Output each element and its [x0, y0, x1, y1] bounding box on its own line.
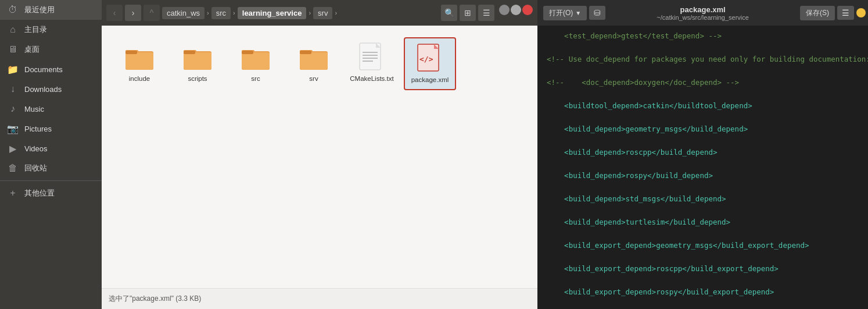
- sidebar-item-recent[interactable]: ⏱ 最近使用: [0, 0, 102, 20]
- editor-path: ~/catkin_ws/src/learning_service: [657, 14, 749, 21]
- editor-line: <test_depend>gtest</test_depend> -->: [547, 30, 868, 42]
- editor-line: <build_depend>rospy</build_depend>: [547, 170, 868, 182]
- svg-rect-14: [300, 52, 328, 70]
- open-dropdown-arrow: ▼: [575, 10, 581, 16]
- sidebar-label-documents: Documents: [24, 65, 63, 74]
- sidebar-label-home: 主目录: [24, 24, 47, 35]
- editor-filename: package.xml: [680, 5, 726, 14]
- view-toggle-button[interactable]: ⊞: [460, 5, 476, 21]
- editor-line: <buildtool_depend>catkin</buildtool_depe…: [547, 100, 868, 112]
- sidebar-label-videos: Videos: [24, 144, 48, 153]
- svg-rect-6: [184, 52, 211, 70]
- recent-icon: ⏱: [7, 4, 19, 16]
- sidebar: ⏱ 最近使用 ⌂ 主目录 🖥 桌面 📁 Documents ↓ Download…: [0, 0, 102, 309]
- editor-line: <!-- Use doc_depend for packages you nee…: [547, 54, 868, 65]
- editor-line: <build_depend>geometry_msgs</build_depen…: [547, 123, 868, 135]
- sidebar-label-music: Music: [24, 105, 44, 113]
- folder-icon-include: [124, 42, 155, 72]
- folder-icon-srv: [299, 42, 329, 72]
- sidebar-item-other[interactable]: + 其他位置: [0, 183, 102, 203]
- search-button[interactable]: 🔍: [441, 5, 457, 21]
- breadcrumb-arrow-2: ›: [233, 9, 235, 16]
- downloads-icon: ↓: [7, 83, 19, 95]
- status-text: 选中了"package.xml" (3.3 KB): [109, 294, 201, 304]
- sidebar-item-downloads[interactable]: ↓ Downloads: [0, 79, 102, 99]
- documents-icon: 📁: [7, 63, 19, 75]
- editor-line: <build_export_depend>geometry_msgs</buil…: [547, 240, 868, 251]
- sidebar-item-desktop[interactable]: 🖥 桌面: [0, 40, 102, 59]
- videos-icon: ▶: [7, 143, 19, 154]
- open-button[interactable]: 打开(O) ▼: [543, 6, 587, 20]
- sidebar-label-recent: 最近使用: [24, 5, 55, 15]
- file-label: package.xml: [411, 76, 449, 84]
- forward-button[interactable]: ›: [125, 5, 141, 21]
- file-label: include: [129, 74, 150, 83]
- sidebar-item-videos[interactable]: ▶ Videos: [0, 138, 102, 158]
- list-item[interactable]: src: [229, 37, 282, 90]
- breadcrumb-src[interactable]: src: [211, 7, 231, 19]
- list-item[interactable]: CMakeLists.txt: [346, 37, 398, 90]
- sidebar-label-pictures: Pictures: [24, 125, 52, 133]
- editor-content[interactable]: <test_depend>gtest</test_depend> --> <!-…: [537, 26, 868, 309]
- editor-panel: 打开(O) ▼ ⛁ package.xml ~/catkin_ws/src/le…: [537, 0, 868, 309]
- status-bar: 选中了"package.xml" (3.3 KB): [102, 288, 537, 309]
- editor-header: 打开(O) ▼ ⛁ package.xml ~/catkin_ws/src/le…: [537, 0, 868, 26]
- music-icon: ♪: [7, 103, 19, 115]
- breadcrumb-arrow-4: ›: [335, 9, 337, 16]
- file-label: CMakeLists.txt: [350, 74, 393, 83]
- sidebar-label-downloads: Downloads: [24, 85, 62, 94]
- sidebar-item-home[interactable]: ⌂ 主目录: [0, 20, 102, 40]
- file-label: scripts: [188, 74, 207, 83]
- back-button[interactable]: ‹: [106, 5, 123, 21]
- editor-line: <build_depend>turtlesim</build_depend>: [547, 216, 868, 228]
- list-item[interactable]: scripts: [171, 37, 224, 90]
- editor-icon-btn-1[interactable]: ⛁: [589, 6, 605, 20]
- desktop-icon: 🖥: [7, 44, 19, 55]
- window-controls: [856, 8, 868, 17]
- toolbar-right: 🔍 ⊞ ☰: [441, 5, 533, 21]
- svg-rect-11: [242, 51, 253, 54]
- svg-rect-15: [300, 51, 311, 54]
- open-button-label: 打开(O): [549, 8, 573, 18]
- breadcrumb-catkin[interactable]: catkin_ws: [162, 7, 205, 19]
- svg-rect-10: [242, 52, 270, 70]
- file-label: src: [251, 74, 260, 83]
- svg-rect-7: [184, 51, 195, 54]
- editor-title-area: package.xml ~/catkin_ws/src/learning_ser…: [605, 5, 800, 21]
- sidebar-item-trash[interactable]: 🗑 回收站: [0, 158, 102, 178]
- menu-button[interactable]: ☰: [478, 5, 494, 21]
- sidebar-label-trash: 回收站: [24, 163, 47, 173]
- file-manager: ‹ › ^ catkin_ws › src › learning_service…: [102, 0, 537, 309]
- save-button[interactable]: 保存(S): [800, 6, 835, 20]
- folder-icon-src: [241, 42, 271, 72]
- editor-menu-button[interactable]: ☰: [837, 6, 854, 20]
- sidebar-item-music[interactable]: ♪ Music: [0, 99, 102, 119]
- list-item[interactable]: srv: [288, 37, 340, 90]
- minimize-button[interactable]: [856, 8, 866, 17]
- window-close-fm[interactable]: [522, 5, 533, 15]
- pictures-icon: 📷: [7, 123, 19, 134]
- folder-icon-scripts: [182, 42, 213, 72]
- editor-line: <build_export_depend>roscpp</build_expor…: [547, 263, 868, 275]
- editor-line: <build_depend>std_msgs</build_depend>: [547, 193, 868, 205]
- svg-rect-2: [125, 52, 153, 70]
- svg-rect-3: [125, 51, 137, 54]
- breadcrumb-learning[interactable]: learning_service: [238, 7, 307, 19]
- editor-line: <build_export_depend>rospy</build_export…: [547, 286, 868, 298]
- breadcrumb-arrow-1: ›: [207, 9, 209, 16]
- editor-toolbar-left: 打开(O) ▼ ⛁: [543, 6, 605, 20]
- breadcrumb-srv[interactable]: srv: [313, 7, 332, 19]
- text-file-icon: [357, 42, 387, 72]
- sidebar-item-documents[interactable]: 📁 Documents: [0, 59, 102, 79]
- editor-toolbar-right: 保存(S) ☰: [800, 6, 868, 20]
- sidebar-label-other: 其他位置: [24, 188, 55, 198]
- file-label: srv: [309, 74, 318, 83]
- list-item[interactable]: </> package.xml: [404, 37, 456, 90]
- list-item[interactable]: include: [113, 37, 166, 90]
- other-icon: +: [7, 187, 19, 199]
- file-area: include scripts: [102, 26, 537, 288]
- up-button[interactable]: ^: [144, 5, 160, 21]
- home-icon: ⌂: [7, 24, 19, 35]
- breadcrumb-arrow-3: ›: [309, 9, 311, 16]
- sidebar-item-pictures[interactable]: 📷 Pictures: [0, 119, 102, 138]
